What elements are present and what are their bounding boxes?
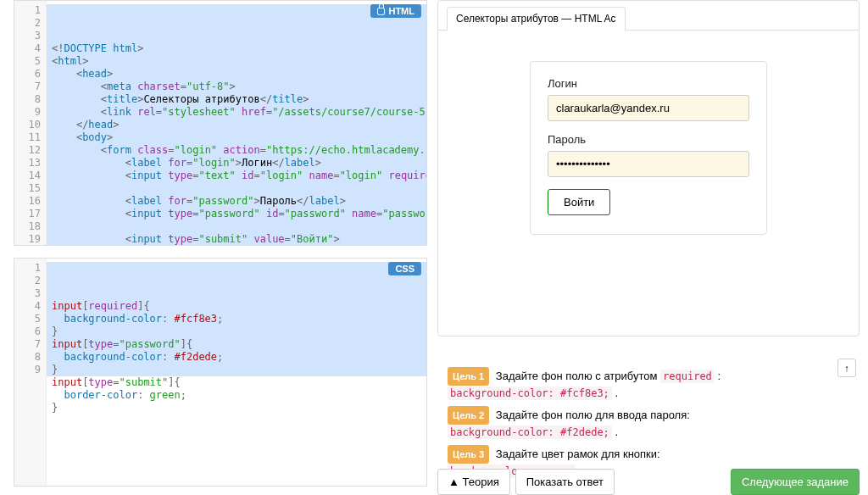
- css-badge: CSS: [388, 262, 421, 275]
- html-editor[interactable]: HTML 12345678910111213141516171819 <!DOC…: [14, 0, 427, 246]
- preview-tab[interactable]: Селекторы атрибутов — HTML Ac: [447, 7, 626, 31]
- goal-badge: Цель 1: [448, 367, 489, 386]
- css-code[interactable]: input[required]{ background-color: #fcf8…: [47, 259, 426, 486]
- show-answer-button[interactable]: Показать ответ: [515, 469, 615, 495]
- login-label: Логин: [548, 77, 749, 90]
- html-badge: HTML: [370, 4, 421, 18]
- arrow-up-icon: ↑: [844, 363, 849, 373]
- next-task-button[interactable]: Следующее задание: [731, 469, 860, 495]
- preview-panel: Селекторы атрибутов — HTML Ac Логин Паро…: [437, 0, 860, 336]
- goal-item: Цель 2 Задайте фон полю для ввода пароля…: [448, 406, 849, 440]
- login-form: Логин Пароль: [530, 61, 767, 235]
- goal-badge: Цель 3: [448, 445, 489, 464]
- password-input[interactable]: [548, 151, 749, 177]
- theory-button[interactable]: ▲ Теория: [437, 469, 510, 495]
- scroll-up-button[interactable]: ↑: [837, 359, 856, 377]
- submit-button[interactable]: [548, 189, 610, 215]
- css-editor[interactable]: CSS 123456789 input[required]{ backgroun…: [14, 258, 427, 487]
- goal-badge: Цель 2: [448, 406, 489, 425]
- goals-panel: ↑ Цель 1 Задайте фон полю с атрибутом re…: [437, 360, 860, 479]
- html-code[interactable]: <!DOCTYPE html><html> <head> <meta chars…: [47, 1, 426, 245]
- lock-icon: [377, 8, 385, 15]
- password-label: Пароль: [548, 133, 749, 146]
- goal-item: Цель 1 Задайте фон полю с атрибутом requ…: [448, 367, 849, 401]
- login-input[interactable]: [548, 95, 749, 121]
- html-gutter: 12345678910111213141516171819: [14, 1, 47, 245]
- css-gutter: 123456789: [14, 259, 47, 486]
